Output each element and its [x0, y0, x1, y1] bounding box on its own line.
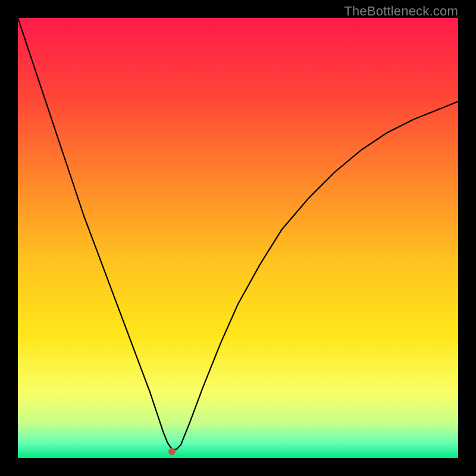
watermark-label: TheBottleneck.com [344, 4, 458, 19]
bottleneck-chart [18, 18, 458, 458]
chart-background [18, 18, 458, 458]
optimum-marker [168, 448, 176, 455]
chart-frame [18, 18, 458, 458]
